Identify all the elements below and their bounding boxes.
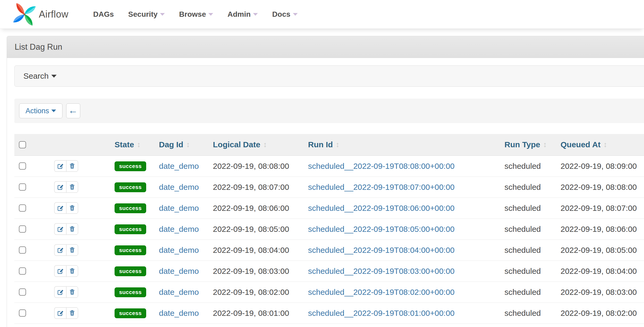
delete-button[interactable] xyxy=(66,307,78,319)
delete-button[interactable] xyxy=(66,160,78,172)
row-action-buttons xyxy=(54,307,78,319)
row-checkbox[interactable] xyxy=(19,225,26,233)
table-row: success date_demo 2022-09-19, 08:03:00 s… xyxy=(14,261,644,282)
logical-date-cell: 2022-09-19, 08:03:00 xyxy=(213,261,308,282)
row-action-buttons xyxy=(54,244,78,256)
table-header: State↕ Dag Id↕ Logical Date↕ Run Id↕ Run… xyxy=(14,134,644,156)
edit-button[interactable] xyxy=(54,160,66,172)
row-action-buttons xyxy=(54,181,78,193)
dag-id-link[interactable]: date_demo xyxy=(159,204,199,212)
logical-date-cell: 2022-09-19, 08:06:00 xyxy=(213,198,308,219)
delete-button[interactable] xyxy=(66,223,78,235)
run-id-link[interactable]: scheduled__2022-09-19T08:02:00+00:00 xyxy=(308,288,454,296)
edit-button[interactable] xyxy=(54,307,66,319)
row-checkbox[interactable] xyxy=(19,288,26,296)
logical-date-cell: 2022-09-19, 08:05:00 xyxy=(213,219,308,240)
nav-item-docs[interactable]: Docs xyxy=(265,10,305,19)
edit-button[interactable] xyxy=(54,244,66,256)
logical-date-cell: 2022-09-19, 08:08:00 xyxy=(213,156,308,177)
search-accordion-toggle[interactable]: Search xyxy=(14,65,644,87)
status-badge: success xyxy=(115,287,146,297)
trash-icon xyxy=(69,225,76,233)
panel-body: Search Actions ← xyxy=(7,58,644,324)
list-dag-run-panel: List Dag Run Search Actions ← xyxy=(7,36,644,327)
column-header-run-id[interactable]: Run Id↕ xyxy=(308,134,504,156)
airflow-logo-icon[interactable] xyxy=(12,2,37,27)
pencil-square-icon xyxy=(57,162,64,170)
sort-icon[interactable]: ↕ xyxy=(336,140,339,149)
run-id-link[interactable]: scheduled__2022-09-19T08:03:00+00:00 xyxy=(308,267,454,275)
table-row: success date_demo 2022-09-19, 08:02:00 s… xyxy=(14,282,644,303)
select-all-checkbox[interactable] xyxy=(19,141,26,148)
run-id-link[interactable]: scheduled__2022-09-19T08:01:00+00:00 xyxy=(308,309,454,317)
status-badge: success xyxy=(115,245,146,255)
run-id-link[interactable]: scheduled__2022-09-19T08:06:00+00:00 xyxy=(308,204,454,212)
trash-icon xyxy=(69,309,76,317)
trash-icon xyxy=(69,183,76,191)
run-type-cell: scheduled xyxy=(504,177,561,198)
row-checkbox[interactable] xyxy=(19,246,26,254)
row-checkbox[interactable] xyxy=(19,183,26,191)
pencil-square-icon xyxy=(57,183,64,191)
chevron-down-icon xyxy=(51,75,57,78)
pencil-square-icon xyxy=(57,288,64,296)
nav-item-browse[interactable]: Browse xyxy=(172,10,220,19)
nav-item-admin[interactable]: Admin xyxy=(220,10,265,19)
row-action-buttons xyxy=(54,202,78,214)
logical-date-cell: 2022-09-19, 08:04:00 xyxy=(213,240,308,261)
dag-id-link[interactable]: date_demo xyxy=(159,309,199,317)
status-badge: success xyxy=(115,308,146,318)
row-checkbox[interactable] xyxy=(19,267,26,275)
row-checkbox[interactable] xyxy=(19,204,26,212)
edit-button[interactable] xyxy=(54,202,66,214)
column-header-run-type[interactable]: Run Type↕ xyxy=(504,134,561,156)
pencil-square-icon xyxy=(57,204,64,212)
queued-at-cell: 2022-09-19, 08:02:00 xyxy=(561,303,644,324)
row-checkbox[interactable] xyxy=(19,309,26,317)
delete-button[interactable] xyxy=(66,244,78,256)
edit-button[interactable] xyxy=(54,286,66,298)
delete-button[interactable] xyxy=(66,181,78,193)
actions-column-header xyxy=(34,134,115,156)
back-button[interactable]: ← xyxy=(66,103,80,118)
column-header-state[interactable]: State↕ xyxy=(115,134,159,156)
table-row: success date_demo 2022-09-19, 08:06:00 s… xyxy=(14,198,644,219)
dag-id-link[interactable]: date_demo xyxy=(159,288,199,296)
queued-at-cell: 2022-09-19, 08:06:00 xyxy=(561,219,644,240)
sort-icon[interactable]: ↕ xyxy=(137,140,141,149)
dag-id-link[interactable]: date_demo xyxy=(159,162,199,170)
run-id-link[interactable]: scheduled__2022-09-19T08:08:00+00:00 xyxy=(308,162,454,170)
dag-id-link[interactable]: date_demo xyxy=(159,183,199,191)
column-header-logical-date[interactable]: Logical Date↕ xyxy=(213,134,308,156)
delete-button[interactable] xyxy=(66,286,78,298)
dag-id-link[interactable]: date_demo xyxy=(159,267,199,275)
column-header-queued-at[interactable]: Queued At↕ xyxy=(561,134,644,156)
nav-item-dags[interactable]: DAGs xyxy=(86,10,121,19)
logical-date-cell: 2022-09-19, 08:01:00 xyxy=(213,303,308,324)
pencil-square-icon xyxy=(57,225,64,233)
dag-id-link[interactable]: date_demo xyxy=(159,225,199,233)
edit-button[interactable] xyxy=(54,265,66,277)
pencil-square-icon xyxy=(57,267,64,275)
sort-icon[interactable]: ↕ xyxy=(604,140,607,149)
page-title: List Dag Run xyxy=(15,42,62,52)
delete-button[interactable] xyxy=(66,202,78,214)
dag-id-link[interactable]: date_demo xyxy=(159,246,199,254)
sort-icon[interactable]: ↕ xyxy=(263,140,267,149)
run-id-link[interactable]: scheduled__2022-09-19T08:07:00+00:00 xyxy=(308,183,454,191)
row-checkbox[interactable] xyxy=(19,162,26,170)
run-type-cell: scheduled xyxy=(504,198,561,219)
arrow-left-icon: ← xyxy=(68,106,78,115)
edit-button[interactable] xyxy=(54,223,66,235)
edit-button[interactable] xyxy=(54,181,66,193)
run-id-link[interactable]: scheduled__2022-09-19T08:05:00+00:00 xyxy=(308,225,454,233)
brand-title[interactable]: Airflow xyxy=(39,9,69,20)
sort-icon[interactable]: ↕ xyxy=(186,140,190,149)
run-id-link[interactable]: scheduled__2022-09-19T08:04:00+00:00 xyxy=(308,246,454,254)
column-header-dag-id[interactable]: Dag Id↕ xyxy=(159,134,213,156)
delete-button[interactable] xyxy=(66,265,78,277)
nav-item-security[interactable]: Security xyxy=(121,10,172,19)
actions-dropdown-button[interactable]: Actions xyxy=(19,103,62,118)
sort-icon[interactable]: ↕ xyxy=(543,140,547,149)
dag-run-table: State↕ Dag Id↕ Logical Date↕ Run Id↕ Run… xyxy=(14,134,644,324)
